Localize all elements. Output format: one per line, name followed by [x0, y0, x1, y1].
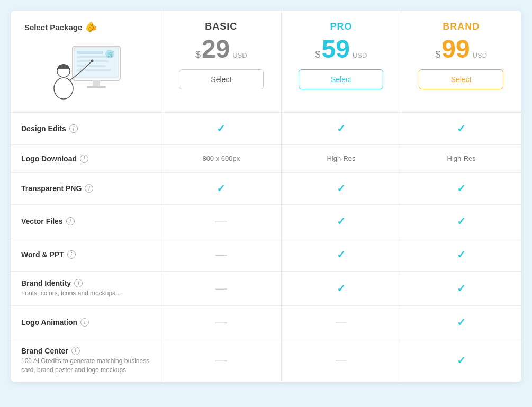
- check-icon: ✓: [457, 122, 466, 135]
- feature-dash-cell: —: [161, 272, 282, 306]
- feature-check-cell: ✓: [401, 272, 521, 306]
- feature-name: Logo Download i: [21, 155, 150, 163]
- dash-icon: —: [215, 282, 227, 295]
- svg-text:🛒: 🛒: [107, 51, 114, 58]
- feature-label-cell: Design Edits i: [11, 113, 161, 145]
- basic-header-cell: BASIC $ 29 USD Select: [161, 11, 282, 113]
- pro-select-button[interactable]: Select: [299, 69, 383, 89]
- svg-point-11: [54, 78, 73, 99]
- feature-check-cell: ✓: [282, 113, 402, 145]
- feature-name-text: Vector Files: [21, 217, 63, 225]
- brand-header-cell: BRAND $ 99 USD Select: [401, 11, 521, 113]
- basic-currency: USD: [232, 51, 247, 59]
- basic-select-button[interactable]: Select: [179, 69, 264, 89]
- basic-price-amount: 29: [202, 37, 230, 62]
- brand-price-row: $ 99 USD: [410, 37, 512, 62]
- select-package-title: Select Package 🫵: [24, 21, 97, 33]
- illustration: 🛒: [43, 38, 128, 102]
- feature-name-text: Logo Download: [21, 155, 77, 163]
- basic-plan-name: BASIC: [170, 21, 273, 32]
- info-icon[interactable]: i: [69, 124, 78, 133]
- check-icon: ✓: [217, 122, 226, 135]
- feature-check-cell: ✓: [282, 272, 402, 306]
- check-icon: ✓: [457, 316, 466, 329]
- brand-plan-name: BRAND: [410, 21, 512, 32]
- feature-check-cell: ✓: [282, 173, 402, 205]
- feature-text-value: 800 x 600px: [202, 155, 240, 162]
- info-icon[interactable]: i: [66, 217, 75, 225]
- check-icon: ✓: [457, 354, 466, 367]
- feature-dash-cell: —: [161, 339, 282, 383]
- check-icon: ✓: [337, 122, 346, 135]
- check-icon: ✓: [337, 248, 346, 261]
- feature-label-cell: Brand Identity i Fonts, colors, icons an…: [11, 272, 161, 306]
- svg-rect-2: [77, 51, 103, 54]
- feature-name: Logo Animation i: [21, 318, 150, 327]
- feature-label-cell: Logo Download i: [11, 145, 161, 173]
- feature-check-cell: ✓: [401, 205, 521, 238]
- svg-rect-9: [93, 80, 100, 86]
- feature-check-cell: ✓: [401, 113, 521, 145]
- feature-label-cell: Transparent PNG i: [11, 173, 161, 205]
- feature-dash-cell: —: [161, 205, 282, 238]
- pro-price-row: $ 59 USD: [290, 37, 393, 62]
- pro-currency: USD: [353, 51, 367, 59]
- dash-icon: —: [215, 214, 227, 228]
- feature-name-text: Brand Center: [21, 347, 68, 355]
- brand-currency-symbol: $: [435, 49, 440, 60]
- feature-text-cell: High-Res: [401, 145, 521, 173]
- info-icon[interactable]: i: [71, 347, 80, 355]
- svg-rect-10: [87, 86, 106, 88]
- feature-check-cell: ✓: [401, 339, 521, 383]
- select-package-cell: Select Package 🫵 🛒: [11, 11, 161, 113]
- info-icon[interactable]: i: [85, 184, 93, 193]
- check-icon: ✓: [457, 215, 466, 228]
- feature-dash-cell: —: [161, 238, 282, 272]
- feature-dash-cell: —: [161, 306, 282, 339]
- feature-dash-cell: —: [282, 306, 402, 339]
- feature-check-cell: ✓: [401, 306, 521, 339]
- feature-label-cell: Vector Files i: [11, 205, 161, 238]
- pointing-hand-icon: 🫵: [85, 21, 97, 33]
- feature-name-text: Logo Animation: [21, 318, 77, 327]
- feature-name-text: Design Edits: [21, 124, 66, 133]
- check-icon: ✓: [217, 182, 226, 195]
- brand-price-amount: 99: [441, 37, 470, 62]
- svg-rect-5: [77, 65, 106, 67]
- pricing-table: Select Package 🫵 🛒: [11, 11, 521, 382]
- feature-name: Brand Identity i: [21, 279, 150, 287]
- dash-icon: —: [215, 248, 227, 261]
- check-icon: ✓: [337, 282, 346, 295]
- feature-check-cell: ✓: [161, 173, 282, 205]
- feature-label-cell: Word & PPT i: [11, 238, 161, 272]
- info-icon[interactable]: i: [67, 250, 76, 259]
- feature-dash-cell: —: [282, 339, 402, 383]
- feature-name: Brand Center i: [21, 347, 150, 355]
- dash-icon: —: [215, 354, 227, 367]
- feature-name: Design Edits i: [21, 124, 150, 133]
- info-icon[interactable]: i: [74, 279, 83, 287]
- pro-header-cell: PRO $ 59 USD Select: [282, 11, 402, 113]
- feature-check-cell: ✓: [401, 238, 521, 272]
- info-icon[interactable]: i: [80, 318, 89, 327]
- check-icon: ✓: [457, 282, 466, 295]
- check-icon: ✓: [457, 182, 466, 195]
- feature-name-text: Transparent PNG: [21, 184, 82, 193]
- feature-text-value: High-Res: [327, 155, 355, 162]
- info-icon[interactable]: i: [80, 155, 88, 163]
- dash-icon: —: [215, 315, 227, 329]
- feature-name: Transparent PNG i: [21, 184, 150, 193]
- check-icon: ✓: [337, 182, 346, 195]
- feature-sub-text: Fonts, colors, icons and mockups...: [21, 289, 150, 298]
- brand-select-button[interactable]: Select: [419, 69, 503, 89]
- basic-price-row: $ 29 USD: [170, 37, 273, 62]
- feature-check-cell: ✓: [161, 113, 282, 145]
- pro-price-amount: 59: [322, 37, 350, 62]
- feature-name: Vector Files i: [21, 217, 150, 225]
- feature-sub-text: 100 AI Credits to generate matching busi…: [21, 357, 150, 375]
- feature-text-cell: High-Res: [282, 145, 402, 173]
- feature-check-cell: ✓: [282, 238, 402, 272]
- feature-name-text: Brand Identity: [21, 279, 71, 287]
- basic-currency-symbol: $: [195, 49, 201, 60]
- check-icon: ✓: [337, 215, 346, 228]
